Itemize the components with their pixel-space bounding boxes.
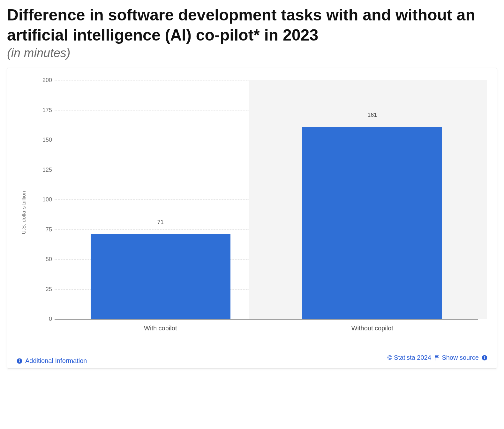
y-tick-label: 125 [39,166,52,173]
additional-information-label: Additional Information [25,357,87,365]
bar-value-label: 71 [55,219,267,226]
flag-icon [434,355,440,361]
y-tick-label: 50 [39,256,52,263]
x-category-label: With copilot [55,319,267,332]
bar [91,234,230,319]
additional-information-link[interactable]: Additional Information [16,357,87,365]
chart-area: U.S. dollars billion 0255075100125150175… [16,77,488,348]
y-tick-label: 100 [39,196,52,203]
bar-slot: 161Without copilot [267,80,478,319]
chart-card: U.S. dollars billion 0255075100125150175… [7,68,497,369]
info-icon [16,358,23,364]
y-tick-label: 75 [39,226,52,233]
plot-area: 025507510012515017520071With copilot161W… [55,80,478,320]
show-source-link[interactable]: Show source [442,354,488,361]
show-source-label: Show source [442,354,479,361]
bar [302,127,442,319]
y-tick-label: 175 [39,107,52,113]
svg-rect-5 [484,356,485,357]
chart-title: Difference in software development tasks… [7,5,497,45]
info-icon [481,355,488,361]
bar-value-label: 161 [267,112,478,118]
y-tick-label: 0 [39,316,52,322]
copyright-text: © Statista 2024 [387,354,440,361]
y-tick-label: 200 [39,77,52,84]
svg-rect-2 [19,359,20,360]
chart-subtitle: (in minutes) [7,46,497,60]
y-axis-label: U.S. dollars billion [21,191,27,234]
svg-rect-1 [19,360,20,362]
y-tick-label: 25 [39,286,52,292]
y-tick-label: 150 [39,137,52,143]
x-category-label: Without copilot [267,319,478,332]
svg-rect-4 [484,357,485,359]
bar-slot: 71With copilot [55,80,267,319]
